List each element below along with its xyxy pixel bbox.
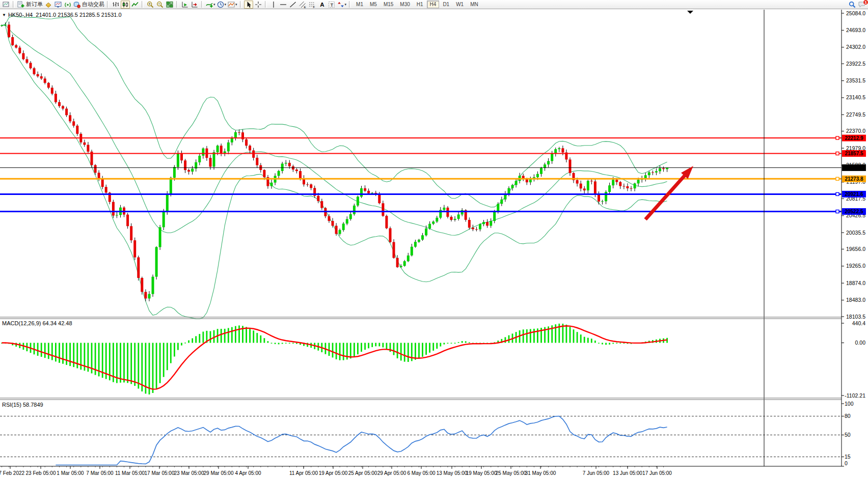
vline-icon	[270, 1, 277, 8]
channel-button[interactable]: E	[298, 1, 307, 9]
auto-trading-button-label: 自动交易	[82, 1, 104, 8]
dropdown-caret-icon[interactable]: ▾	[225, 3, 227, 6]
toolbar-separator	[176, 1, 178, 8]
preview-button[interactable]	[2, 1, 11, 9]
toolbar-separator	[107, 1, 109, 8]
line-endpoint-marker[interactable]	[836, 136, 839, 139]
chart-window-button[interactable]	[53, 1, 63, 9]
monitor-icon	[55, 1, 62, 8]
toolbar-separator	[201, 1, 203, 8]
bar-chart-button[interactable]	[111, 1, 120, 9]
dropdown-caret-icon[interactable]: ▾	[213, 3, 215, 6]
price-tick-label: 18874.0	[846, 280, 865, 286]
crosshair-button[interactable]	[254, 1, 263, 9]
time-axis-label: 29 Mar 05:00	[204, 470, 234, 476]
channel-icon: E	[299, 1, 306, 8]
cursor-button[interactable]	[244, 1, 253, 9]
price-tick-label: 19656.0	[846, 246, 865, 252]
mt4-trading-app: 新订单自动交易▾▾▾EFAT▾M1M5M15M30H1H4D1W1MN1 250…	[0, 0, 868, 480]
time-axis-label: 23 Mar 05:00	[174, 470, 204, 476]
periods-button[interactable]: ▾	[216, 1, 227, 9]
zoomin-icon	[147, 1, 154, 8]
vertical-line-button[interactable]	[269, 1, 278, 9]
time-axis-label: 29 Apr 05:00	[377, 470, 406, 476]
indadd-icon	[206, 1, 213, 8]
zoom-in-button[interactable]	[146, 1, 155, 9]
time-axis-label: 31 May 05:00	[525, 470, 556, 476]
line-endpoint-marker[interactable]	[836, 177, 839, 180]
price-tag-22212.9: 22212.9	[845, 135, 863, 141]
timeframe-button-d1[interactable]: D1	[440, 1, 452, 8]
dropdown-caret-icon[interactable]: ▾	[345, 3, 347, 6]
arrows-icon	[337, 1, 344, 8]
metaeditor-button[interactable]	[44, 1, 53, 9]
line-endpoint-marker[interactable]	[836, 192, 839, 195]
chat-button[interactable]: 1	[857, 1, 866, 9]
trendline-button[interactable]	[288, 1, 297, 9]
line-endpoint-marker[interactable]	[836, 152, 839, 155]
new-order-button[interactable]: 新订单	[17, 1, 43, 9]
timeframe-button-m30[interactable]: M30	[397, 1, 413, 8]
timeframe-button-w1[interactable]: W1	[453, 1, 467, 8]
chart-shift-button[interactable]	[190, 1, 199, 9]
main-toolbar: 新订单自动交易▾▾▾EFAT▾M1M5M15M30H1H4D1W1MN1	[0, 0, 868, 9]
line-chart-button[interactable]	[130, 1, 140, 9]
time-axis-label: 1 Mar 05:00	[57, 470, 84, 476]
price-tick-label: 25084.0	[846, 10, 865, 16]
tile-windows-button[interactable]	[165, 1, 174, 9]
new-order-button-label: 新订单	[26, 1, 43, 8]
hline-icon	[280, 1, 287, 8]
linechart-icon	[131, 1, 139, 8]
rsi-tick-label: 80	[845, 413, 851, 419]
signals-button[interactable]	[63, 1, 72, 9]
svg-text:F: F	[313, 5, 315, 8]
autotrade-icon	[73, 1, 80, 8]
time-axis-label: 17 Mar 05:00	[145, 470, 175, 476]
text-label-button[interactable]: T	[327, 1, 336, 9]
notification-badge: 1	[863, 0, 868, 5]
zoomout-icon	[156, 1, 164, 8]
price-tick-label: 23922.5	[846, 61, 865, 67]
rsi-tick-label: 100	[845, 401, 854, 407]
bars-icon	[112, 1, 119, 8]
rsi-tick-label: 0	[845, 460, 848, 466]
timeframe-button-m15[interactable]: M15	[381, 1, 396, 8]
cursor-icon	[245, 1, 252, 8]
toolbar-separator	[13, 1, 15, 8]
auto-trading-button[interactable]: 自动交易	[73, 1, 105, 9]
auto-scroll-button[interactable]	[180, 1, 189, 9]
time-axis-label: 7 Jun 05:00	[583, 470, 610, 476]
time-axis-label: 19 May 05:00	[466, 470, 497, 476]
fibonacci-button[interactable]: F	[308, 1, 317, 9]
search-button[interactable]	[848, 1, 857, 9]
text-button[interactable]: A	[317, 1, 327, 9]
timeframe-button-h4[interactable]: H4	[427, 1, 440, 8]
chart-plot-area[interactable]: 25084.024693.024302.023922.523531.523140…	[0, 0, 868, 480]
svg-text:T: T	[330, 2, 333, 7]
timeframe-button-h1[interactable]: H1	[414, 1, 426, 8]
arrows-button[interactable]: ▾	[337, 1, 347, 9]
time-axis-label: 19 Apr 05:00	[319, 470, 348, 476]
time-axis-label: 4 Apr 05:00	[235, 470, 261, 476]
timeframe-button-m1[interactable]: M1	[353, 1, 366, 8]
candles-icon	[122, 1, 129, 8]
template-icon	[228, 1, 235, 8]
textT-icon: T	[328, 1, 335, 8]
templates-button[interactable]: ▾	[227, 1, 238, 9]
line-endpoint-marker[interactable]	[836, 210, 839, 213]
collapse-triangle-icon[interactable]: ▼	[2, 13, 6, 17]
gold-icon	[45, 1, 52, 8]
price-tick-label: 19265.0	[846, 263, 865, 269]
horizontal-line-button[interactable]	[279, 1, 288, 9]
price-tick-label: 22749.5	[846, 111, 865, 118]
macd-tick-label: 0.00	[855, 340, 866, 346]
indicators-button[interactable]: ▾	[205, 1, 216, 9]
timeframe-button-m5[interactable]: M5	[367, 1, 380, 8]
timeframe-button-mn[interactable]: MN	[467, 1, 481, 8]
zoom-out-button[interactable]	[155, 1, 165, 9]
time-axis-label: 11 Apr 05:00	[289, 470, 318, 476]
clock-icon	[217, 1, 224, 8]
trendline-icon	[289, 1, 296, 8]
candlestick-chart-button[interactable]	[121, 1, 130, 9]
dropdown-caret-icon[interactable]: ▾	[235, 3, 237, 6]
